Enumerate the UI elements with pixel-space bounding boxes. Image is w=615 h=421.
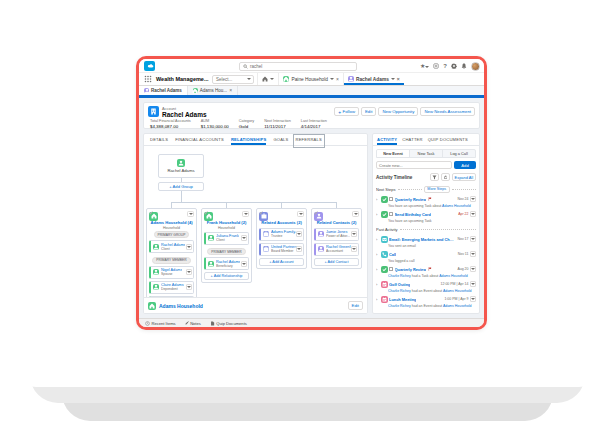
expand-caret-icon[interactable]: › [376, 267, 379, 272]
task-checkbox[interactable] [389, 267, 393, 271]
member-card[interactable]: Juliana FrankClient [204, 232, 249, 245]
group-menu-button[interactable] [297, 211, 304, 217]
root-node[interactable]: Rachel Adams [158, 154, 204, 178]
member-menu-button[interactable] [186, 244, 192, 250]
edit-pencil-icon[interactable] [149, 211, 153, 215]
edit-pencil-icon[interactable] [259, 211, 263, 215]
tab-chatter[interactable]: Chatter [402, 137, 422, 145]
chevron-down-icon[interactable] [330, 78, 334, 80]
subtab-1[interactable]: Rachel Adams [139, 86, 188, 95]
member-card[interactable]: Claire AdamsDependent [149, 281, 194, 294]
timeline-item-menu-button[interactable] [470, 281, 476, 287]
setup-gear-icon[interactable] [451, 63, 457, 69]
timeline-item-menu-button[interactable] [470, 196, 476, 202]
filter-icon[interactable] [430, 173, 439, 181]
timeline-item-menu-button[interactable] [470, 251, 476, 257]
group-card-3[interactable]: Related Accounts (2)Adams Family...Trust… [256, 208, 307, 269]
expand-caret-icon[interactable]: › [376, 212, 379, 217]
task-checkbox[interactable] [389, 197, 393, 201]
member-card[interactable]: Adams Family...Trustee [259, 228, 304, 241]
add-contact-button[interactable]: + Add Contact [314, 258, 359, 266]
record-link[interactable]: Adams Household [443, 289, 472, 293]
timeline-item-title[interactable]: Send Birthday Card [395, 212, 431, 217]
add-group-button[interactable]: + Add Group [158, 182, 204, 191]
member-card[interactable]: Jamie JonesPower of Attor... [314, 228, 359, 241]
edit-pencil-icon[interactable] [204, 211, 208, 215]
group-card-1[interactable]: Adams Household (4)HouseholdPRIMARY GROU… [146, 208, 197, 297]
expand-all-button[interactable]: Expand All [452, 173, 476, 181]
new-opportunity-button[interactable]: New Opportunity [378, 107, 418, 116]
tab-activity[interactable]: Activity [377, 137, 397, 145]
tab-details[interactable]: Details [150, 137, 168, 145]
expand-caret-icon[interactable]: › [376, 197, 379, 202]
refresh-icon[interactable] [441, 173, 450, 181]
follow-button[interactable]: +Follow [334, 107, 359, 116]
tab-relationships[interactable]: Relationships [231, 137, 267, 145]
timeline-item-title[interactable]: Golf Outing [389, 282, 410, 287]
add-button[interactable]: Add [454, 161, 476, 169]
actor-link[interactable]: Charlie Richey [388, 274, 411, 278]
close-icon[interactable]: × [336, 77, 339, 82]
actor-link[interactable]: Charlie Richey [388, 304, 411, 308]
timeline-item-title[interactable]: Quarterly Review [395, 267, 427, 272]
member-card[interactable]: Rachel Greenf...Accountant [314, 243, 359, 256]
member-menu-button[interactable] [296, 231, 302, 237]
add-household-button[interactable]: + Add Relationship [204, 272, 249, 280]
member-card[interactable]: Rachel AdamsBeneficiary [204, 257, 249, 270]
composer-tab-new-task[interactable]: New Task [410, 150, 443, 157]
timeline-item-title[interactable]: Email: Emerging Markets and China [389, 237, 454, 242]
member-card[interactable]: Rachel AdamsClient [149, 240, 194, 253]
member-menu-button[interactable] [351, 246, 357, 252]
workspace-tab-2[interactable]: Rachel Adams× [343, 73, 404, 85]
edit-pencil-icon[interactable] [314, 211, 318, 215]
tab-goals[interactable]: Goals [273, 137, 288, 145]
member-menu-button[interactable] [186, 284, 192, 290]
group-card-4[interactable]: Related Contacts (2)Jamie JonesPower of … [311, 208, 362, 269]
composer-tab-log-a-call[interactable]: Log a Call [443, 150, 475, 157]
app-launcher-icon[interactable] [144, 75, 152, 83]
member-menu-button[interactable] [296, 246, 302, 252]
member-menu-button[interactable] [351, 231, 357, 237]
notifications-bell-icon[interactable] [461, 63, 467, 69]
group-menu-button[interactable] [242, 211, 249, 217]
chevron-down-icon[interactable] [391, 78, 395, 80]
timeline-item-title[interactable]: Call [389, 252, 396, 257]
expand-caret-icon[interactable]: › [376, 282, 379, 287]
utility-item-recent-items[interactable]: Recent Items [145, 321, 176, 326]
member-menu-button[interactable] [241, 261, 247, 267]
object-select-dropdown[interactable]: Select... [212, 75, 254, 84]
subtab-2[interactable]: Adams Hou...× [188, 86, 238, 95]
tab-referrals[interactable]: Referrals [296, 137, 322, 145]
close-icon[interactable]: × [229, 88, 232, 93]
workspace-tab-1[interactable]: Paine Household× [278, 73, 342, 85]
timeline-item-menu-button[interactable] [470, 266, 476, 272]
timeline-item-title[interactable]: Quarterly Review [395, 197, 427, 202]
task-checkbox[interactable] [389, 212, 393, 216]
user-avatar[interactable] [471, 62, 480, 71]
expand-caret-icon[interactable]: › [376, 237, 379, 242]
help-icon[interactable]: ? [443, 63, 447, 69]
global-search-input[interactable]: rachel [239, 62, 357, 71]
timeline-item-menu-button[interactable] [470, 211, 476, 217]
add-account-button[interactable]: + Add Account [259, 258, 304, 266]
group-menu-button[interactable] [352, 211, 359, 217]
close-icon[interactable]: × [397, 77, 400, 82]
edit-household-button[interactable]: Edit [348, 301, 363, 310]
global-actions-icon[interactable] [433, 63, 439, 69]
actor-link[interactable]: Charlie Richey [388, 289, 411, 293]
record-link[interactable]: Adams Household [442, 204, 471, 208]
group-title[interactable]: Related Accounts (2) [259, 221, 304, 226]
member-card[interactable]: Nigel AdamsSpouse [149, 266, 194, 279]
member-card[interactable]: United PartnersBoard Member [259, 243, 304, 256]
group-card-2[interactable]: Frank Household (2)HouseholdJuliana Fran… [201, 208, 252, 283]
timeline-item-title[interactable]: Lunch Meeting [389, 297, 416, 302]
home-tab[interactable] [257, 73, 278, 85]
tab-quip-documents[interactable]: Quip Documents [428, 137, 468, 145]
group-title[interactable]: Related Contacts (2) [314, 221, 359, 226]
record-link[interactable]: Adams Household [443, 304, 472, 308]
expand-caret-icon[interactable]: › [376, 252, 379, 257]
more-steps-button[interactable]: More Steps [424, 186, 450, 193]
timeline-item-menu-button[interactable] [470, 236, 476, 242]
tab-financial-accounts[interactable]: Financial Accounts [175, 137, 224, 145]
household-summary-link[interactable]: Adams Household [159, 303, 203, 309]
